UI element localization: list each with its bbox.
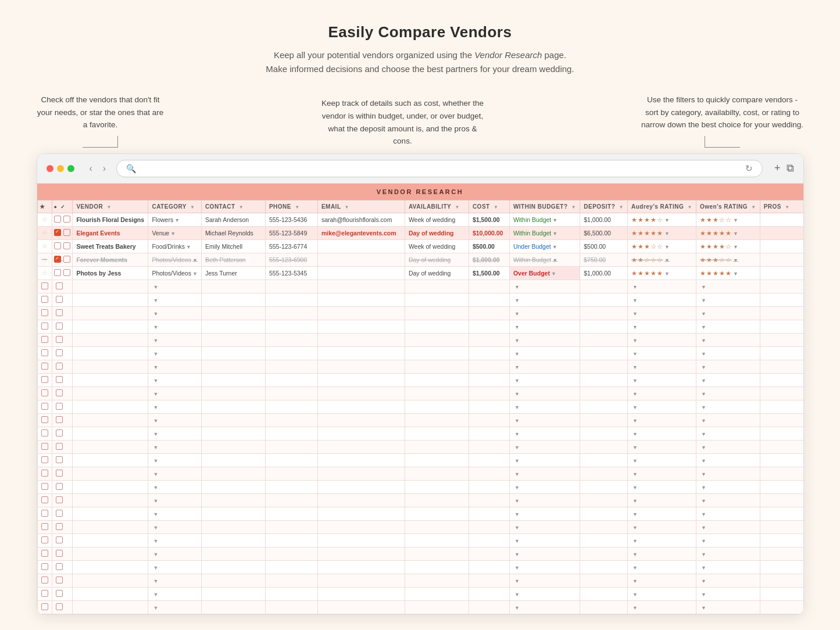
empty-audrey[interactable]: ▼ [627,467,696,480]
empty-star[interactable] [37,280,52,293]
empty-audrey[interactable]: ▼ [627,293,696,306]
empty-check[interactable] [52,373,73,386]
th-phone[interactable]: PHONE ▼ [265,200,317,213]
th-audrey-rating[interactable]: Audrey's RATING ▼ [627,200,696,213]
empty-category[interactable]: ▼ [148,386,201,400]
empty-star[interactable] [37,427,52,440]
empty-category[interactable]: ▼ [148,507,201,520]
empty-category[interactable]: ▼ [148,534,201,547]
empty-audrey[interactable]: ▼ [627,400,696,413]
empty-budget[interactable]: ▼ [509,400,580,413]
empty-audrey[interactable]: ▼ [627,493,696,507]
empty-star[interactable] [37,360,52,373]
empty-budget[interactable]: ▼ [509,373,580,386]
empty-audrey[interactable]: ▼ [627,280,696,293]
search-input[interactable] [141,164,741,173]
add-tab-button[interactable]: + [774,162,781,174]
empty-audrey[interactable]: ▼ [627,386,696,400]
empty-check[interactable] [52,386,73,400]
checkbox2[interactable] [63,269,70,276]
dot-green[interactable] [67,165,74,172]
empty-budget[interactable]: ▼ [509,333,580,346]
check-cell[interactable] [52,266,73,280]
budget-cell[interactable]: Over Budget▼ [509,266,580,280]
empty-star[interactable] [37,574,52,587]
empty-owen[interactable]: ▼ [696,600,760,614]
empty-budget[interactable]: ▼ [509,467,580,480]
empty-audrey[interactable]: ▼ [627,427,696,440]
th-email[interactable]: EMAIL ▼ [317,200,405,213]
th-check[interactable]: ● ✓ [52,200,73,213]
empty-budget[interactable]: ▼ [509,293,580,306]
empty-audrey[interactable]: ▼ [627,600,696,614]
empty-star[interactable] [37,507,52,520]
empty-owen[interactable]: ▼ [696,333,760,346]
audrey-rating-cell[interactable]: ★★★★★▼ [627,266,696,280]
th-pros[interactable]: PROS ▼ [760,200,803,213]
checkbox2[interactable] [63,242,70,249]
empty-check[interactable] [52,547,73,560]
empty-budget[interactable]: ▼ [509,346,580,360]
empty-category[interactable]: ▼ [148,467,201,480]
empty-audrey[interactable]: ▼ [627,346,696,360]
empty-category[interactable]: ▼ [148,520,201,534]
empty-check[interactable] [52,346,73,360]
empty-owen[interactable]: ▼ [696,507,760,520]
star-cell[interactable]: ☆ [37,213,52,226]
empty-star[interactable] [37,587,52,600]
empty-star[interactable] [37,453,52,467]
empty-owen[interactable]: ▼ [696,386,760,400]
empty-check[interactable] [52,587,73,600]
empty-star[interactable] [37,534,52,547]
empty-check[interactable] [52,600,73,614]
empty-budget[interactable]: ▼ [509,440,580,453]
empty-check[interactable] [52,507,73,520]
empty-budget[interactable]: ▼ [509,480,580,493]
empty-check[interactable] [52,400,73,413]
empty-budget[interactable]: ▼ [509,386,580,400]
th-cost[interactable]: COST ▼ [469,200,509,213]
empty-category[interactable]: ▼ [148,293,201,306]
empty-audrey[interactable]: ▼ [627,574,696,587]
empty-budget[interactable]: ▼ [509,493,580,507]
budget-cell[interactable]: Under Budget▼ [509,239,580,253]
empty-category[interactable]: ▼ [148,480,201,493]
empty-check[interactable] [52,560,73,574]
th-category[interactable]: CATEGORY ▼ [148,200,201,213]
empty-star[interactable] [37,493,52,507]
empty-category[interactable]: ▼ [148,587,201,600]
empty-owen[interactable]: ▼ [696,440,760,453]
empty-owen[interactable]: ▼ [696,427,760,440]
category-cell[interactable]: Photos/Videos▼ [148,253,201,266]
th-vendor[interactable]: VENDOR ▼ [73,200,148,213]
empty-owen[interactable]: ▼ [696,534,760,547]
empty-check[interactable] [52,574,73,587]
empty-audrey[interactable]: ▼ [627,507,696,520]
th-contact[interactable]: CONTACT ▼ [201,200,265,213]
empty-owen[interactable]: ▼ [696,560,760,574]
empty-budget[interactable]: ▼ [509,427,580,440]
empty-check[interactable] [52,467,73,480]
empty-category[interactable]: ▼ [148,413,201,427]
empty-category[interactable]: ▼ [148,574,201,587]
empty-check[interactable] [52,413,73,427]
check-cell[interactable] [52,213,73,226]
empty-star[interactable] [37,480,52,493]
empty-budget[interactable]: ▼ [509,453,580,467]
empty-budget[interactable]: ▼ [509,306,580,320]
empty-audrey[interactable]: ▼ [627,320,696,333]
empty-category[interactable]: ▼ [148,320,201,333]
checkbox2[interactable] [63,229,70,236]
empty-audrey[interactable]: ▼ [627,360,696,373]
empty-budget[interactable]: ▼ [509,320,580,333]
empty-star[interactable] [37,440,52,453]
empty-check[interactable] [52,306,73,320]
empty-check[interactable] [52,333,73,346]
audrey-rating-cell[interactable]: ★★★★★▼ [627,226,696,239]
empty-budget[interactable]: ▼ [509,413,580,427]
empty-owen[interactable]: ▼ [696,493,760,507]
budget-cell[interactable]: Within Budget▼ [509,253,580,266]
empty-audrey[interactable]: ▼ [627,520,696,534]
empty-audrey[interactable]: ▼ [627,480,696,493]
star-cell[interactable]: ☆ [37,239,52,253]
